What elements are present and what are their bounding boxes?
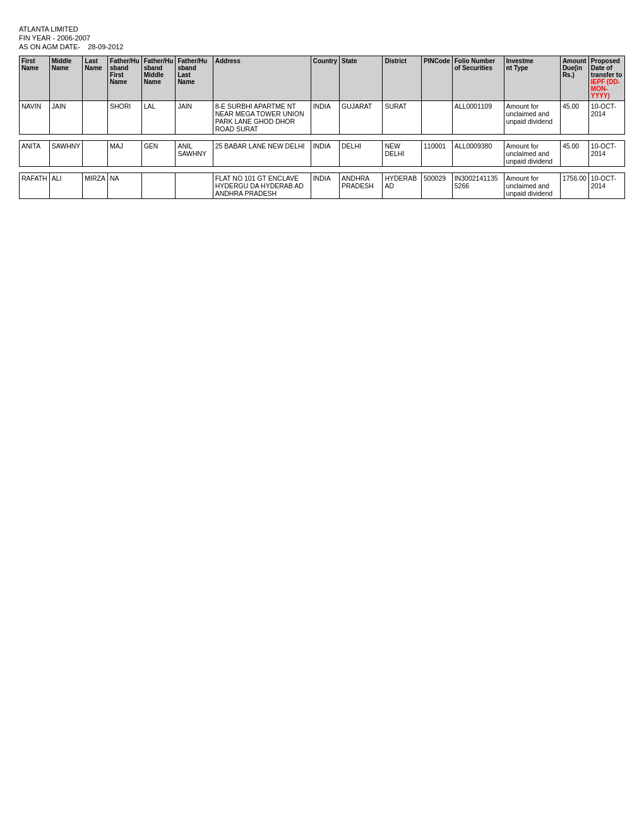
col-folio-number: Folio Numberof Securities bbox=[452, 56, 504, 101]
cell-father-last: ANIL SAWHNY bbox=[176, 141, 213, 167]
company-name: ATLANTA LIMITED bbox=[19, 25, 625, 33]
cell-first-name: RAFATH bbox=[20, 173, 50, 199]
cell-father-first: SHORI bbox=[108, 101, 142, 135]
col-last-name: LastName bbox=[83, 56, 108, 101]
col-father-last: Father/HusbandLastName bbox=[176, 56, 213, 101]
cell-first-name: ANITA bbox=[20, 141, 50, 167]
cell-father-first: NA bbox=[108, 173, 142, 199]
table-row: RAFATHALIMIRZANAFLAT NO 101 GT ENCLAVE H… bbox=[20, 173, 625, 199]
cell-last-name: MIRZA bbox=[83, 173, 108, 199]
col-investment-type: Investment Type bbox=[504, 56, 560, 101]
cell-state: DELHI bbox=[340, 141, 383, 167]
cell-pincode: 110001 bbox=[422, 141, 453, 167]
cell-amount-due: 45.00 bbox=[560, 141, 588, 167]
cell-last-name bbox=[83, 101, 108, 135]
cell-proposed-date: 10-OCT-2014 bbox=[588, 101, 624, 135]
cell-father-last bbox=[176, 173, 213, 199]
col-middle-name: MiddleName bbox=[49, 56, 83, 101]
cell-father-middle: GEN bbox=[141, 141, 176, 167]
col-pincode: PINCode bbox=[422, 56, 453, 101]
col-first-name: FirstName bbox=[20, 56, 50, 101]
cell-country: INDIA bbox=[311, 173, 339, 199]
cell-state: GUJARAT bbox=[340, 101, 383, 135]
col-amount-due: AmountDue(inRs.) bbox=[560, 56, 588, 101]
col-country: Country bbox=[311, 56, 339, 101]
cell-state: ANDHRA PRADESH bbox=[340, 173, 383, 199]
cell-amount-due: 1756.00 bbox=[560, 173, 588, 199]
table-header-row: FirstName MiddleName LastName Father/Hus… bbox=[20, 56, 625, 101]
cell-pincode bbox=[422, 101, 453, 135]
cell-folio-number: ALL0009380 bbox=[452, 141, 504, 167]
cell-last-name bbox=[83, 141, 108, 167]
cell-proposed-date: 10-OCT-2014 bbox=[588, 173, 624, 199]
fin-year: FIN YEAR - 2006-2007 bbox=[19, 34, 625, 42]
cell-middle-name: JAIN bbox=[49, 101, 83, 135]
col-state: State bbox=[340, 56, 383, 101]
cell-father-middle: LAL bbox=[141, 101, 176, 135]
header-section: ATLANTA LIMITED FIN YEAR - 2006-2007 AS … bbox=[19, 25, 625, 51]
agm-label: AS ON AGM DATE- bbox=[19, 43, 80, 51]
cell-investment-type: Amount for unclaimed and unpaid dividend bbox=[504, 101, 560, 135]
spacer-row bbox=[20, 167, 625, 173]
cell-father-middle bbox=[141, 173, 176, 199]
agm-date: 28-09-2012 bbox=[88, 43, 123, 51]
spacer-row bbox=[20, 135, 625, 141]
table-row: ANITASAWHNYMAJGENANIL SAWHNY25 BABAR LAN… bbox=[20, 141, 625, 167]
col-address: Address bbox=[213, 56, 311, 101]
cell-investment-type: Amount for unclaimed and unpaid dividend bbox=[504, 141, 560, 167]
cell-father-last: JAIN bbox=[176, 101, 213, 135]
cell-address: 25 BABAR LANE NEW DELHI bbox=[213, 141, 311, 167]
cell-middle-name: SAWHNY bbox=[49, 141, 83, 167]
col-district: District bbox=[383, 56, 422, 101]
main-table: FirstName MiddleName LastName Father/Hus… bbox=[19, 56, 625, 199]
cell-address: FLAT NO 101 GT ENCLAVE HYDERGU DA HYDERA… bbox=[213, 173, 311, 199]
table-row: NAVINJAINSHORILALJAIN8-E SURBHI APARTME … bbox=[20, 101, 625, 135]
cell-first-name: NAVIN bbox=[20, 101, 50, 135]
cell-country: INDIA bbox=[311, 101, 339, 135]
cell-pincode: 500029 bbox=[422, 173, 453, 199]
cell-folio-number: ALL0001109 bbox=[452, 101, 504, 135]
cell-amount-due: 45.00 bbox=[560, 101, 588, 135]
cell-district: NEW DELHI bbox=[383, 141, 422, 167]
cell-district: HYDERAB AD bbox=[383, 173, 422, 199]
col-father-first: Father/HusbandFirstName bbox=[108, 56, 142, 101]
cell-middle-name: ALI bbox=[49, 173, 83, 199]
cell-folio-number: IN3002141135 5266 bbox=[452, 173, 504, 199]
agm-date-row: AS ON AGM DATE- 28-09-2012 bbox=[19, 43, 625, 51]
col-proposed-date: ProposedDate oftransfer toIEPF (DD-MON-Y… bbox=[588, 56, 624, 101]
cell-district: SURAT bbox=[383, 101, 422, 135]
col-father-middle: Father/HusbandMiddleName bbox=[141, 56, 176, 101]
cell-proposed-date: 10-OCT-2014 bbox=[588, 141, 624, 167]
cell-investment-type: Amount for unclaimed and unpaid dividend bbox=[504, 173, 560, 199]
iepf-label: IEPF (DD-MON-YYYY) bbox=[591, 78, 620, 99]
cell-father-first: MAJ bbox=[108, 141, 142, 167]
cell-address: 8-E SURBHI APARTME NT NEAR MEGA TOWER UN… bbox=[213, 101, 311, 135]
cell-country: INDIA bbox=[311, 141, 339, 167]
